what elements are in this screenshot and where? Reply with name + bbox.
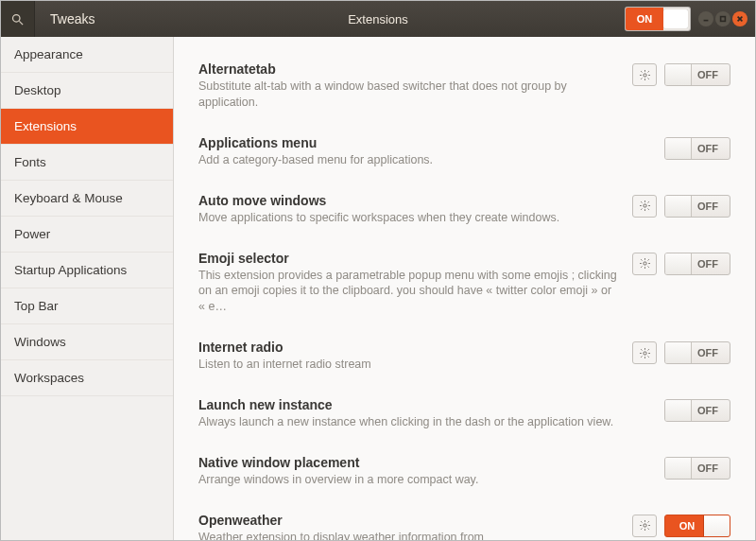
extension-description: Substitute alt-tab with a window based s…	[198, 79, 619, 111]
close-button[interactable]	[732, 11, 747, 26]
app-name: Tweaks	[35, 11, 110, 26]
svg-point-8	[643, 262, 645, 265]
extension-text: Auto move windowsMove applications to sp…	[198, 193, 632, 226]
extension-description: Add a category-based menu for applicatio…	[198, 152, 651, 168]
toggle-label: ON	[665, 520, 703, 532]
extension-text: Applications menuAdd a category-based me…	[198, 135, 664, 168]
extension-text: AlternatetabSubstitute alt-tab with a wi…	[198, 61, 632, 111]
svg-line-1	[19, 21, 23, 25]
extension-description: Listen to an internet radio stream	[198, 357, 619, 373]
toggle-knob	[665, 196, 692, 217]
extension-title: Emoji selector	[198, 251, 619, 266]
extension-description: This extension provides a parametrable p…	[198, 268, 619, 316]
extension-settings-button[interactable]	[632, 253, 657, 275]
sidebar-item-extensions[interactable]: Extensions	[1, 109, 173, 145]
toggle-knob	[663, 9, 688, 28]
extension-toggle[interactable]: OFF	[664, 457, 730, 480]
titlebar-left: Tweaks	[1, 1, 110, 37]
gear-icon	[639, 519, 651, 532]
sidebar-item-keyboard-mouse[interactable]: Keyboard & Mouse	[1, 181, 173, 217]
maximize-icon	[719, 15, 727, 23]
close-icon	[736, 15, 744, 23]
extension-settings-button[interactable]	[632, 341, 657, 364]
extension-text: OpenweatherWeather extension to display …	[198, 513, 632, 540]
svg-point-0	[13, 14, 21, 22]
toggle-knob	[665, 342, 692, 363]
sidebar-item-top-bar[interactable]: Top Bar	[1, 288, 173, 324]
extension-row: Auto move windowsMove applications to sp…	[198, 185, 730, 243]
extension-description: Always launch a new instance when clicki…	[198, 414, 651, 430]
extension-settings-button[interactable]	[632, 63, 657, 86]
search-button[interactable]	[1, 1, 35, 37]
extension-settings-button[interactable]	[632, 515, 657, 537]
extension-controls: OFF	[664, 455, 730, 480]
gear-icon	[639, 347, 651, 359]
toggle-label: OFF	[692, 462, 730, 474]
extension-toggle[interactable]: OFF	[664, 195, 730, 218]
svg-point-9	[643, 352, 645, 355]
extension-toggle[interactable]: OFF	[664, 253, 730, 275]
tweaks-window: Tweaks Extensions ON AppearanceDesktopEx…	[0, 0, 756, 541]
extension-settings-button[interactable]	[632, 195, 657, 218]
extension-controls: OFF	[632, 340, 730, 364]
toggle-label: OFF	[692, 143, 730, 154]
extension-toggle[interactable]: ON	[664, 515, 730, 537]
extension-toggle[interactable]: OFF	[664, 63, 730, 86]
sidebar-item-fonts[interactable]: Fonts	[1, 145, 173, 181]
maximize-button[interactable]	[715, 11, 730, 26]
extension-row: Applications menuAdd a category-based me…	[198, 128, 730, 185]
extensions-list: AlternatetabSubstitute alt-tab with a wi…	[174, 37, 755, 540]
extension-row: Internet radioListen to an internet radi…	[198, 332, 730, 390]
gear-icon	[639, 200, 651, 212]
toggle-knob	[665, 253, 692, 274]
sidebar-item-appearance[interactable]: Appearance	[1, 37, 173, 73]
titlebar-right: ON	[625, 1, 755, 37]
extensions-global-toggle[interactable]: ON	[625, 7, 691, 31]
toggle-label: OFF	[692, 347, 730, 358]
search-icon	[10, 12, 25, 26]
extension-text: Native window placementArrange windows i…	[198, 455, 664, 488]
svg-point-6	[643, 73, 645, 76]
toggle-on-label: ON	[626, 8, 663, 30]
titlebar: Tweaks Extensions ON	[1, 1, 755, 37]
extension-toggle[interactable]: OFF	[664, 341, 730, 364]
extension-title: Applications menu	[198, 135, 651, 150]
extension-row: AlternatetabSubstitute alt-tab with a wi…	[198, 54, 730, 128]
svg-rect-3	[721, 17, 726, 22]
extension-controls: OFF	[664, 135, 730, 160]
extension-toggle[interactable]: OFF	[664, 399, 730, 422]
toggle-label: OFF	[692, 201, 730, 212]
minimize-button[interactable]	[698, 11, 713, 26]
extension-row: Native window placementArrange windows i…	[198, 447, 730, 505]
gear-icon	[639, 257, 651, 270]
svg-point-7	[643, 204, 645, 207]
svg-point-10	[643, 524, 645, 527]
extension-row: Launch new instanceAlways launch a new i…	[198, 390, 730, 447]
extension-title: Alternatetab	[198, 61, 619, 77]
sidebar-item-workspaces[interactable]: Workspaces	[1, 360, 173, 396]
sidebar-item-windows[interactable]: Windows	[1, 324, 173, 360]
sidebar-item-desktop[interactable]: Desktop	[1, 73, 173, 109]
toggle-label: OFF	[692, 258, 730, 270]
toggle-knob	[665, 64, 692, 85]
extension-toggle[interactable]: OFF	[664, 137, 730, 160]
extension-description: Weather extension to display weather inf…	[198, 530, 619, 540]
extension-title: Openweather	[198, 513, 619, 528]
sidebar-item-startup-applications[interactable]: Startup Applications	[1, 253, 173, 288]
sidebar-item-power[interactable]: Power	[1, 217, 173, 253]
extension-row: Emoji selectorThis extension provides a …	[198, 243, 730, 333]
extension-text: Emoji selectorThis extension provides a …	[198, 251, 632, 316]
extension-title: Internet radio	[198, 340, 619, 355]
extension-controls: OFF	[664, 397, 730, 422]
minimize-icon	[702, 15, 710, 23]
extension-controls: OFF	[632, 61, 730, 86]
gear-icon	[639, 69, 651, 81]
extension-description: Move applications to specific workspaces…	[198, 210, 619, 226]
extension-controls: OFF	[632, 251, 730, 275]
extension-text: Launch new instanceAlways launch a new i…	[198, 397, 664, 430]
body: AppearanceDesktopExtensionsFontsKeyboard…	[1, 37, 755, 540]
toggle-knob	[665, 400, 692, 421]
extension-description: Arrange windows in overview in a more co…	[198, 472, 651, 488]
toggle-label: OFF	[692, 69, 730, 80]
window-controls	[698, 11, 747, 26]
